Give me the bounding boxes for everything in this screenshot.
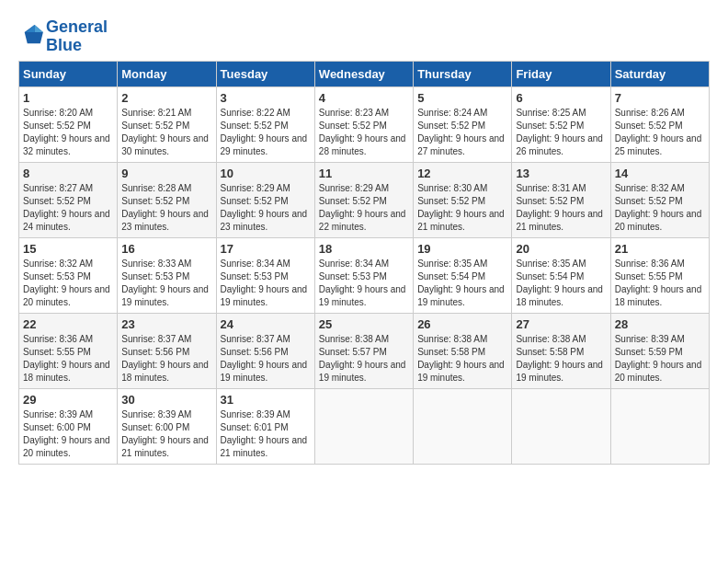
- calendar-cell: 18Sunrise: 8:34 AMSunset: 5:53 PMDayligh…: [314, 237, 413, 313]
- day-info: Sunset: 6:00 PM: [23, 421, 113, 434]
- calendar-week-row: 8Sunrise: 8:27 AMSunset: 5:52 PMDaylight…: [19, 162, 710, 237]
- day-info: Daylight: 9 hours and 21 minutes.: [516, 208, 606, 234]
- calendar-cell: 23Sunrise: 8:37 AMSunset: 5:56 PMDayligh…: [118, 313, 216, 388]
- col-header-sunday: Sunday: [19, 61, 118, 86]
- logo-general: General: [46, 18, 108, 37]
- day-info: Daylight: 9 hours and 19 minutes.: [417, 359, 507, 385]
- day-info: Sunrise: 8:29 AM: [319, 182, 409, 195]
- day-number: 11: [319, 167, 409, 180]
- calendar-cell: 27Sunrise: 8:38 AMSunset: 5:58 PMDayligh…: [512, 313, 610, 388]
- logo-blue: Blue: [46, 37, 108, 55]
- day-info: Sunset: 5:59 PM: [615, 346, 705, 359]
- day-info: Sunset: 5:55 PM: [615, 270, 705, 283]
- day-info: Daylight: 9 hours and 19 minutes.: [221, 283, 311, 309]
- day-info: Daylight: 9 hours and 25 minutes.: [615, 132, 705, 158]
- calendar-cell: 29Sunrise: 8:39 AMSunset: 6:00 PMDayligh…: [19, 388, 118, 464]
- day-info: Daylight: 9 hours and 21 minutes.: [121, 434, 211, 460]
- day-info: Sunset: 5:52 PM: [417, 120, 507, 132]
- day-info: Daylight: 9 hours and 23 minutes.: [121, 208, 211, 234]
- day-info: Daylight: 9 hours and 19 minutes.: [319, 283, 409, 309]
- calendar-cell: 15Sunrise: 8:32 AMSunset: 5:53 PMDayligh…: [19, 237, 118, 313]
- day-info: Sunrise: 8:27 AM: [23, 182, 113, 195]
- day-number: 2: [121, 91, 211, 105]
- day-info: Daylight: 9 hours and 19 minutes.: [221, 359, 311, 385]
- day-info: Sunset: 5:53 PM: [121, 270, 211, 283]
- day-info: Sunset: 5:54 PM: [516, 270, 606, 283]
- calendar-cell: 26Sunrise: 8:38 AMSunset: 5:58 PMDayligh…: [414, 313, 512, 388]
- day-info: Sunrise: 8:39 AM: [615, 333, 705, 346]
- day-number: 3: [221, 91, 311, 105]
- page-header: General Blue: [18, 15, 710, 55]
- col-header-tuesday: Tuesday: [216, 61, 314, 86]
- calendar-cell: [610, 388, 709, 464]
- day-number: 9: [121, 167, 211, 180]
- col-header-thursday: Thursday: [414, 61, 512, 86]
- day-number: 5: [417, 91, 507, 105]
- calendar-cell: 14Sunrise: 8:32 AMSunset: 5:52 PMDayligh…: [610, 162, 709, 237]
- day-info: Sunset: 5:52 PM: [221, 120, 311, 132]
- day-number: 7: [615, 91, 705, 105]
- day-info: Sunrise: 8:35 AM: [417, 258, 507, 270]
- day-info: Sunset: 5:58 PM: [516, 346, 606, 359]
- day-info: Daylight: 9 hours and 19 minutes.: [319, 359, 409, 385]
- day-info: Sunrise: 8:39 AM: [23, 408, 113, 421]
- day-number: 1: [23, 91, 113, 105]
- calendar-cell: 1Sunrise: 8:20 AMSunset: 5:52 PMDaylight…: [19, 86, 118, 162]
- day-info: Sunrise: 8:29 AM: [221, 182, 311, 195]
- day-info: Sunset: 5:53 PM: [23, 270, 113, 283]
- day-info: Sunrise: 8:25 AM: [516, 107, 606, 120]
- day-info: Sunset: 5:52 PM: [23, 120, 113, 132]
- day-info: Sunrise: 8:21 AM: [121, 107, 211, 120]
- day-info: Sunset: 5:52 PM: [516, 120, 606, 132]
- day-info: Sunrise: 8:33 AM: [121, 258, 211, 270]
- day-info: Sunset: 5:52 PM: [516, 195, 606, 208]
- day-info: Sunrise: 8:34 AM: [221, 258, 311, 270]
- calendar-week-row: 1Sunrise: 8:20 AMSunset: 5:52 PMDaylight…: [19, 86, 710, 162]
- day-info: Daylight: 9 hours and 32 minutes.: [23, 132, 113, 158]
- col-header-monday: Monday: [118, 61, 216, 86]
- calendar-cell: 2Sunrise: 8:21 AMSunset: 5:52 PMDaylight…: [118, 86, 216, 162]
- day-number: 25: [319, 317, 409, 331]
- col-header-saturday: Saturday: [610, 61, 709, 86]
- day-number: 24: [221, 317, 311, 331]
- day-info: Daylight: 9 hours and 19 minutes.: [516, 359, 606, 385]
- day-info: Sunset: 5:56 PM: [121, 346, 211, 359]
- day-info: Daylight: 9 hours and 19 minutes.: [417, 283, 507, 309]
- day-info: Sunrise: 8:28 AM: [121, 182, 211, 195]
- calendar-cell: [314, 388, 413, 464]
- day-number: 6: [516, 91, 606, 105]
- calendar-cell: 30Sunrise: 8:39 AMSunset: 6:00 PMDayligh…: [118, 388, 216, 464]
- day-info: Sunset: 5:56 PM: [221, 346, 311, 359]
- day-info: Sunset: 5:52 PM: [615, 120, 705, 132]
- calendar-cell: 24Sunrise: 8:37 AMSunset: 5:56 PMDayligh…: [216, 313, 314, 388]
- calendar-cell: 8Sunrise: 8:27 AMSunset: 5:52 PMDaylight…: [19, 162, 118, 237]
- day-info: Sunrise: 8:37 AM: [121, 333, 211, 346]
- day-info: Sunrise: 8:36 AM: [23, 333, 113, 346]
- calendar-cell: 5Sunrise: 8:24 AMSunset: 5:52 PMDaylight…: [414, 86, 512, 162]
- calendar-cell: 16Sunrise: 8:33 AMSunset: 5:53 PMDayligh…: [118, 237, 216, 313]
- calendar-cell: 13Sunrise: 8:31 AMSunset: 5:52 PMDayligh…: [512, 162, 610, 237]
- day-info: Sunrise: 8:36 AM: [615, 258, 705, 270]
- day-info: Sunrise: 8:34 AM: [319, 258, 409, 270]
- day-info: Sunset: 6:01 PM: [221, 421, 311, 434]
- day-info: Daylight: 9 hours and 26 minutes.: [516, 132, 606, 158]
- day-info: Sunset: 5:53 PM: [221, 270, 311, 283]
- day-info: Daylight: 9 hours and 20 minutes.: [615, 359, 705, 385]
- day-info: Sunrise: 8:26 AM: [615, 107, 705, 120]
- day-number: 4: [319, 91, 409, 105]
- day-info: Sunrise: 8:24 AM: [417, 107, 507, 120]
- day-info: Sunset: 5:57 PM: [319, 346, 409, 359]
- day-info: Daylight: 9 hours and 23 minutes.: [221, 208, 311, 234]
- calendar-cell: 4Sunrise: 8:23 AMSunset: 5:52 PMDaylight…: [314, 86, 413, 162]
- day-info: Sunrise: 8:37 AM: [221, 333, 311, 346]
- calendar-cell: 3Sunrise: 8:22 AMSunset: 5:52 PMDaylight…: [216, 86, 314, 162]
- calendar-cell: 28Sunrise: 8:39 AMSunset: 5:59 PMDayligh…: [610, 313, 709, 388]
- day-number: 15: [23, 242, 113, 256]
- day-info: Daylight: 9 hours and 20 minutes.: [23, 434, 113, 460]
- day-info: Sunset: 5:53 PM: [319, 270, 409, 283]
- calendar-cell: 25Sunrise: 8:38 AMSunset: 5:57 PMDayligh…: [314, 313, 413, 388]
- day-info: Sunrise: 8:39 AM: [221, 408, 311, 421]
- calendar-cell: 7Sunrise: 8:26 AMSunset: 5:52 PMDaylight…: [610, 86, 709, 162]
- day-info: Daylight: 9 hours and 29 minutes.: [221, 132, 311, 158]
- day-info: Sunrise: 8:22 AM: [221, 107, 311, 120]
